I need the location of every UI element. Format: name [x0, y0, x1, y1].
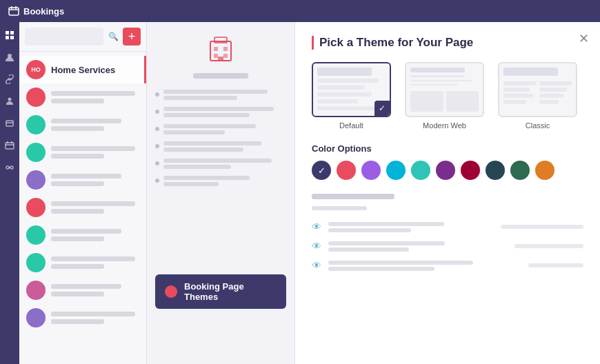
list-item[interactable] — [19, 194, 146, 221]
sidebar-icon-calendar[interactable] — [3, 139, 16, 152]
sidebar-icon-grid[interactable] — [3, 29, 16, 41]
bottom-content: 👁 👁 👁 — [312, 194, 583, 275]
theme-card-modern-web[interactable]: Modern Web — [405, 62, 484, 130]
theme-label-classic: Classic — [526, 121, 550, 130]
swatch-mauve[interactable] — [436, 161, 455, 180]
svg-rect-20 — [214, 47, 218, 51]
theme-label-modern-web: Modern Web — [423, 121, 466, 130]
svg-rect-0 — [9, 8, 19, 15]
btn-dot-icon — [165, 285, 177, 298]
list-item[interactable] — [19, 166, 146, 194]
sidebar-icons — [0, 22, 19, 364]
list-item[interactable] — [19, 304, 146, 332]
swatch-crimson[interactable] — [461, 161, 480, 180]
list-item — [155, 107, 286, 117]
eye-icon: 👁 — [312, 260, 321, 271]
building-name-placeholder — [193, 73, 248, 79]
list-item[interactable] — [19, 249, 146, 276]
sidebar-item-active[interactable]: HO Home Services — [19, 56, 146, 83]
avatar — [26, 170, 46, 190]
list-item[interactable] — [19, 139, 146, 166]
avatar — [26, 143, 46, 162]
sidebar-icon-link[interactable] — [3, 73, 16, 85]
svg-rect-24 — [218, 57, 223, 61]
svg-rect-22 — [214, 54, 218, 58]
svg-rect-10 — [6, 121, 13, 126]
content-row: 👁 — [312, 260, 583, 271]
booking-themes-button[interactable]: Booking Page Themes — [155, 274, 286, 309]
content-row: 👁 — [312, 221, 583, 232]
close-button[interactable]: ✕ — [575, 30, 592, 47]
theme-card-default[interactable]: ✓ Default — [312, 62, 391, 130]
sidebar-items-list: HO Home Services — [19, 52, 146, 364]
svg-point-17 — [10, 166, 13, 169]
left-panel: 🔍 + HO Home Services — [19, 22, 147, 364]
theme-preview-classic — [498, 62, 577, 117]
swatch-cyan[interactable] — [386, 161, 406, 180]
swatch-purple[interactable]: ✓ — [312, 161, 331, 180]
theme-preview-default: ✓ — [312, 62, 391, 117]
swatch-red[interactable] — [337, 161, 356, 180]
middle-panel: Booking Page Themes — [147, 22, 295, 364]
logo-icon — [8, 6, 19, 17]
avatar — [26, 88, 46, 107]
avatar — [26, 225, 46, 245]
list-item — [155, 141, 286, 152]
app-logo: Bookings — [8, 6, 64, 17]
swatch-navy[interactable] — [486, 161, 505, 180]
avatar — [26, 115, 46, 134]
selected-check-icon: ✓ — [374, 101, 390, 116]
color-swatches-container: ✓ — [312, 161, 583, 180]
avatar — [26, 198, 46, 217]
color-options-title: Color Options — [312, 143, 583, 154]
svg-rect-5 — [10, 31, 14, 34]
list-item — [155, 90, 286, 100]
theme-preview-modern-web — [405, 62, 484, 117]
swatch-orange[interactable] — [535, 161, 554, 180]
svg-rect-7 — [10, 36, 14, 39]
eye-icon: 👁 — [312, 241, 321, 252]
swatch-violet[interactable] — [361, 161, 381, 180]
theme-cards-container: ✓ Default — [312, 62, 583, 130]
right-panel: ✕ Pick a Theme for Your Page ✓ Def — [295, 22, 600, 364]
list-item[interactable] — [19, 83, 146, 111]
svg-rect-4 — [6, 31, 9, 34]
svg-point-9 — [8, 98, 12, 101]
main-layout: 🔍 + HO Home Services — [0, 22, 600, 364]
swatch-green[interactable] — [510, 161, 530, 180]
list-item[interactable] — [19, 276, 146, 304]
avatar — [26, 308, 46, 327]
svg-rect-21 — [223, 47, 228, 51]
swatch-teal[interactable] — [411, 161, 430, 180]
svg-rect-12 — [6, 143, 14, 149]
topbar: Bookings — [0, 0, 600, 22]
list-item[interactable] — [19, 111, 146, 139]
avatar — [26, 253, 46, 272]
search-icon-btn[interactable]: 🔍 — [106, 30, 120, 43]
list-item — [155, 124, 286, 134]
svg-rect-6 — [6, 36, 9, 39]
svg-rect-23 — [223, 54, 228, 58]
avatar: HO — [26, 60, 46, 79]
building-icon — [203, 33, 238, 68]
sidebar-icon-contacts[interactable] — [3, 51, 16, 63]
panel-title: Pick a Theme for Your Page — [312, 36, 583, 50]
middle-list — [147, 90, 294, 186]
avatar — [26, 281, 46, 300]
add-button[interactable]: + — [123, 28, 141, 46]
theme-label-default: Default — [339, 121, 363, 130]
content-row: 👁 — [312, 241, 583, 252]
sidebar-icon-box[interactable] — [3, 117, 16, 130]
list-item — [155, 176, 286, 186]
search-input[interactable] — [25, 28, 103, 46]
sidebar-icon-chain[interactable] — [3, 161, 16, 174]
active-item-label: Home Services — [51, 65, 115, 75]
theme-card-classic[interactable]: Classic — [498, 62, 577, 130]
list-item — [155, 159, 286, 169]
svg-point-16 — [6, 166, 9, 169]
search-bar-container: 🔍 + — [19, 22, 146, 52]
list-item[interactable] — [19, 221, 146, 249]
eye-icon: 👁 — [312, 221, 321, 232]
sidebar-icon-person[interactable] — [3, 95, 16, 108]
